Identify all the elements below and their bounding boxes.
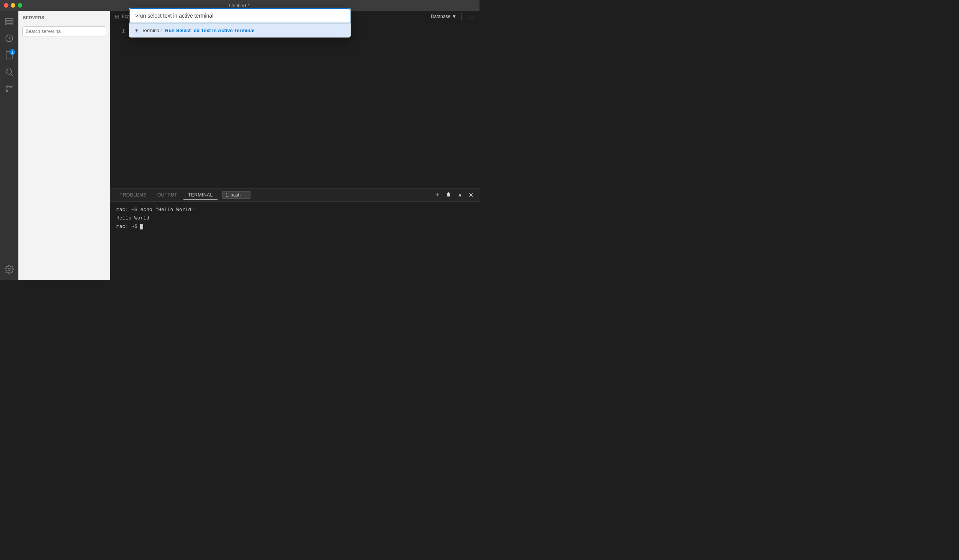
traffic-lights (4, 3, 22, 8)
terminal-selector-container: 1: bash 2: zsh (222, 191, 250, 199)
tab-output[interactable]: OUTPUT (153, 191, 182, 199)
result-terminal-icon: ⊞ (134, 28, 139, 33)
activity-icon-files[interactable]: 1 (2, 47, 17, 63)
close-button[interactable] (4, 3, 8, 8)
terminal-tabs: PROBLEMS OUTPUT TERMINAL 1: bash 2: zsh … (110, 188, 480, 202)
svg-point-4 (6, 69, 11, 74)
sidebar-header: SERVERS (18, 11, 110, 24)
svg-point-8 (6, 90, 8, 92)
result-prefix: Terminal: (142, 28, 162, 33)
result-suffix: ed Text In Active Terminal (194, 28, 255, 33)
svg-point-9 (8, 268, 10, 270)
editor-toolbar-right: Database ▼ ... (431, 12, 475, 20)
line-number-1: 1 (110, 27, 125, 36)
activity-icon-settings[interactable] (2, 262, 17, 277)
command-results: ⊞ Terminal: Run Selected Text In Active … (129, 24, 350, 37)
command-palette[interactable]: ⊞ Terminal: Run Selected Text In Active … (129, 8, 351, 38)
content-area: ⊟ Explain Database ▼ ... 1 (110, 11, 480, 280)
terminal-panel: PROBLEMS OUTPUT TERMINAL 1: bash 2: zsh … (110, 188, 480, 280)
activity-bar: 1 (0, 11, 18, 280)
activity-icon-git[interactable] (2, 81, 17, 97)
explain-icon: ⊟ (115, 13, 119, 20)
terminal-line-3: mac: ~$ (116, 223, 473, 231)
terminal-selector[interactable]: 1: bash 2: zsh (222, 191, 250, 199)
maximize-button[interactable] (18, 3, 22, 8)
svg-point-6 (6, 86, 8, 87)
terminal-actions: + ∧ ✕ (434, 190, 475, 200)
activity-icon-search[interactable] (2, 64, 17, 80)
svg-rect-1 (5, 21, 13, 23)
terminal-prompt: mac: ~$ (116, 224, 140, 229)
terminal-line-1: mac: ~$ echo "Hello World" (116, 206, 473, 214)
svg-line-5 (11, 74, 13, 76)
sidebar: SERVERS (18, 11, 110, 280)
code-content: echo "Hello world" (129, 27, 480, 183)
tab-problems[interactable]: PROBLEMS (115, 191, 151, 199)
activity-icon-history[interactable] (2, 31, 17, 46)
code-editor[interactable]: 1 echo "Hello world" (110, 22, 480, 188)
file-badge: 1 (9, 49, 15, 55)
toolbar-divider (461, 13, 461, 20)
tab-terminal[interactable]: TERMINAL (183, 191, 218, 200)
more-options-button[interactable]: ... (466, 12, 475, 20)
result-match: Run Select (165, 28, 191, 33)
command-result-item[interactable]: ⊞ Terminal: Run Selected Text In Active … (129, 24, 350, 37)
svg-rect-0 (5, 18, 13, 20)
terminal-line-2: Hello World (116, 214, 473, 223)
main-layout: 1 SERVERS (0, 11, 480, 280)
editor-area: ⊟ Explain Database ▼ ... 1 (110, 11, 480, 280)
command-input-wrapper (129, 8, 350, 24)
add-terminal-button[interactable]: + (434, 190, 441, 200)
svg-rect-2 (5, 24, 13, 25)
command-input[interactable] (129, 8, 350, 23)
db-selector-label: Database (431, 14, 450, 19)
db-selector[interactable]: Database ▼ (431, 14, 457, 19)
close-terminal-button[interactable]: ✕ (467, 191, 475, 200)
minimize-button[interactable] (11, 3, 15, 8)
delete-terminal-button[interactable] (444, 191, 453, 200)
line-numbers: 1 (110, 27, 129, 183)
terminal-content[interactable]: mac: ~$ echo "Hello World" Hello World m… (110, 202, 480, 280)
chevron-down-icon: ▼ (452, 14, 457, 19)
sidebar-search-container (18, 24, 110, 39)
expand-terminal-button[interactable]: ∧ (456, 191, 464, 200)
activity-icon-servers[interactable] (2, 14, 17, 29)
terminal-cursor (140, 224, 143, 229)
search-input[interactable] (22, 26, 106, 36)
